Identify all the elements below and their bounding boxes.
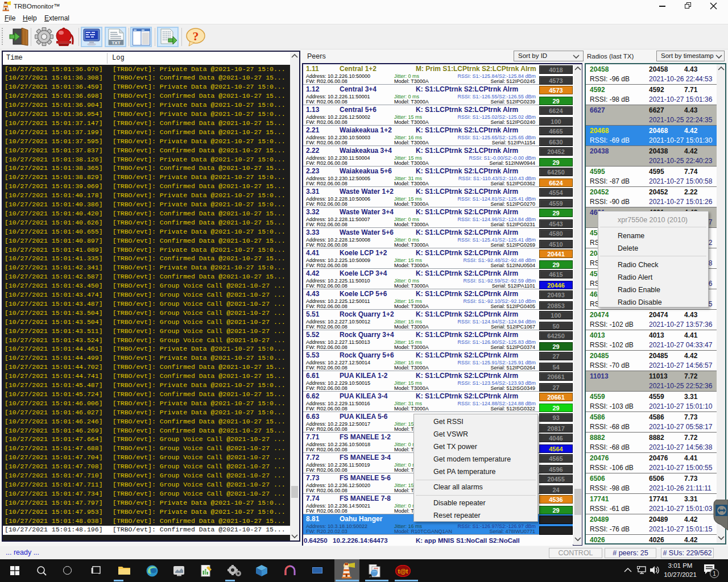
svg-text:?: ? (193, 29, 199, 43)
svg-text:t@t: t@t (398, 568, 408, 575)
svg-text:TXT: TXT (111, 40, 120, 45)
svg-text:1: 1 (713, 571, 716, 577)
